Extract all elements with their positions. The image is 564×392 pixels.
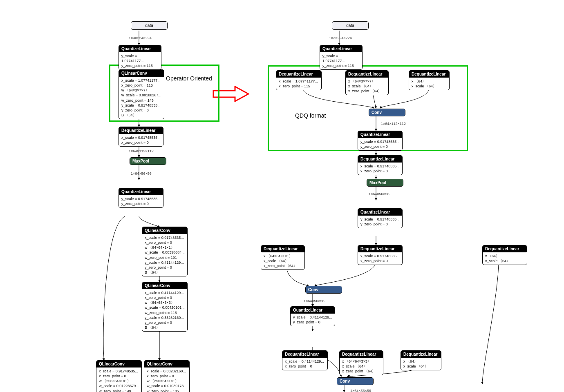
right-dequantizelinear-7: DequantizeLinearx 〈64〉x_scale 〈64〉 [482,245,527,265]
right-conv-2: Conv [305,286,342,294]
left-shape2: 1×64×112×112 [129,149,154,153]
right-maxpool: MaxPool [367,179,403,187]
right-quantizelinear-1: QuantizeLineary_scale = 1.07741177...y_z… [320,45,363,70]
diagram-canvas: Operator Oriented QDQ format data 1×3×22… [8,8,556,384]
left-quantizelinear-1: QuantizeLineary_scale = 1.07741177...y_z… [119,45,161,70]
right-shape5: 1×64×56×56 [350,389,371,392]
left-maxpool: MaxPool [130,157,166,165]
right-dequantizelinear-5: DequantizeLinearx 〈64×64×1×1〉x_scale 〈64… [261,245,305,270]
left-qlinearconv-3: QLinearConvx_scale = 0.41144129...x_zero… [142,282,188,332]
left-shape1: 1×3×224×224 [129,36,152,40]
transform-arrow [213,86,249,102]
left-qlinearconv-1: QLinearConvx_scale = 1.07741177...x_zero… [119,69,164,119]
right-dequantizelinear-10: DequantizeLinearx 〈64〉x_scale 〈64〉 [401,350,441,370]
right-dequantizelinear-2: DequantizeLinearx 〈64×3×7×7〉x_scale 〈64〉… [345,70,389,95]
left-qlinearconv-4: QLinearConvx_scale = 0.91748535...x_zero… [96,360,142,392]
label-qdq-format: QDQ format [295,112,326,119]
right-dequantizelinear-1: DequantizeLinearx_scale = 1.07741177...x… [276,70,322,90]
left-qlinearconv-2: QLinearConvx_scale = 0.91748535...x_zero… [142,227,188,276]
right-dequantizelinear-8: DequantizeLinearx_scale = 0.41144129...x… [282,350,328,370]
left-data-node: data [131,21,168,30]
edges [8,8,564,392]
right-dequantizelinear-4: DequantizeLinearx_scale = 0.91748535...x… [358,155,403,175]
right-quantizelinear-3: QuantizeLineary_scale = 0.91748535...y_z… [358,208,403,228]
right-conv-3: Conv [337,377,374,385]
right-dequantizelinear-9: DequantizeLinearx 〈64×64×3×3〉x_scale 〈64… [339,350,383,375]
right-shape2: 1×64×112×112 [381,122,406,126]
left-dequantizelinear-1: DequantizeLinearx_scale = 0.91748535...x… [119,127,163,147]
label-operator-oriented: Operator Oriented [166,75,212,82]
left-qlinearconv-5: QLinearConvx_scale = 0.33282160...x_zero… [144,360,190,392]
right-data-node: data [332,21,369,30]
left-shape3: 1×64×56×56 [131,172,152,176]
right-shape4: 1×64×56×56 [304,299,325,303]
left-quantizelinear-2: QuantizeLineary_scale = 0.91748535...y_z… [119,188,163,208]
right-conv-1: Conv [369,109,405,116]
right-quantizelinear-4: QuantizeLineary_scale = 0.41144129...y_z… [290,306,335,326]
right-dequantizelinear-6: DequantizeLinearx_scale = 0.91748535...x… [358,245,403,265]
right-quantizelinear-2: QuantizeLineary_scale = 0.91748535...y_z… [358,131,403,151]
right-dequantizelinear-3: DequantizeLinearx 〈64〉x_scale 〈64〉 [409,70,450,90]
right-shape3: 1×64×56×56 [369,192,389,196]
right-shape1: 1×3×224×224 [329,36,352,40]
